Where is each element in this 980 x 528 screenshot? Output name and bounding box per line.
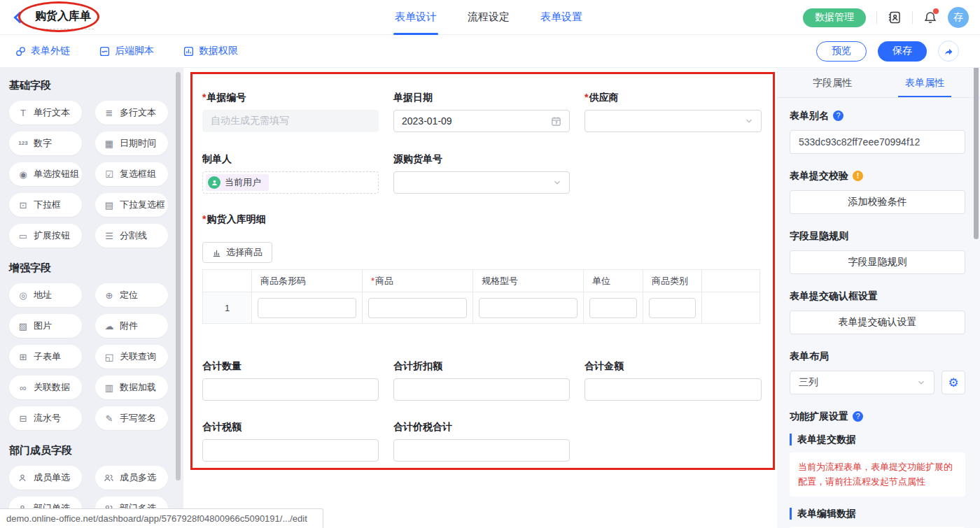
doc-date-input[interactable]: 2023-01-09 <box>393 110 570 132</box>
field-item-multi-line-text[interactable]: ≣多行文本 <box>95 101 168 124</box>
field-total-tax[interactable]: 合计税额 <box>202 421 379 462</box>
creator-input[interactable]: 当前用户 <box>202 171 379 194</box>
sidebar-scrollbar[interactable] <box>176 72 181 480</box>
field-total-with-tax[interactable]: 合计价税合计 <box>393 421 570 462</box>
field-item-label: 复选框组 <box>120 168 156 180</box>
page-title[interactable]: 购货入库单 <box>32 9 94 29</box>
dropdown-multi-icon: ▤ <box>104 201 115 210</box>
total-with-tax-input[interactable] <box>393 439 570 462</box>
doc-no-input[interactable]: 自动生成无需填写 <box>202 110 379 132</box>
chart-icon <box>212 248 221 257</box>
total-discount-input[interactable] <box>393 378 570 401</box>
field-item-checkbox-group[interactable]: ☑复选框组 <box>95 162 168 186</box>
total-qty-input[interactable] <box>202 378 379 401</box>
tab-form-setting[interactable]: 表单设置 <box>540 0 583 35</box>
field-source-order[interactable]: 源购货单号 <box>393 153 570 194</box>
exclamation-icon[interactable]: ! <box>853 171 863 181</box>
field-item-location[interactable]: ⊕定位 <box>95 283 168 307</box>
avatar[interactable]: 存 <box>948 7 969 28</box>
tab-form-properties[interactable]: 表单属性 <box>898 68 951 97</box>
detail-subform[interactable]: 购货入库明细 选择商品 商品条形码*商品规格型号单位商品类别 1 <box>202 213 762 324</box>
layout-select[interactable]: 三列 <box>790 371 934 394</box>
add-validation-button[interactable]: 添加校验条件 <box>790 190 965 214</box>
field-item-extend-button[interactable]: ▭扩展按钮 <box>9 224 82 248</box>
field-item-number[interactable]: 123数字 <box>9 131 82 155</box>
field-doc-no[interactable]: 单据编号 自动生成无需填写 <box>202 92 379 132</box>
field-item-label: 成员单选 <box>34 471 70 484</box>
gear-icon: ⚙ <box>948 377 958 389</box>
field-item-single-line-text[interactable]: T单行文本 <box>9 101 82 124</box>
back-icon[interactable] <box>13 11 23 24</box>
field-item-data-load[interactable]: ▥数据加载 <box>95 376 168 399</box>
edit-data-subheading: 表单编辑数据 <box>790 508 965 520</box>
field-supplier[interactable]: 供应商 <box>584 92 762 132</box>
detail-input-unit[interactable] <box>589 298 637 318</box>
field-item-attachment[interactable]: ☁附件 <box>95 314 168 338</box>
field-total-amount[interactable]: 合计金额 <box>584 360 762 401</box>
field-item-signature[interactable]: ✎手写签名 <box>95 406 168 430</box>
row-number-header <box>203 270 252 292</box>
form-alias-input[interactable]: 533dc93c82ff7eee70994f12 <box>790 130 965 154</box>
detail-input-category[interactable] <box>649 298 696 318</box>
field-item-lookup[interactable]: ◱关联查询 <box>95 345 168 369</box>
submit-validation-label: 表单提交校验 ! <box>790 169 965 182</box>
total-amount-input[interactable] <box>584 378 762 401</box>
member-single-icon <box>18 473 29 483</box>
layout-settings-button[interactable]: ⚙ <box>941 371 965 394</box>
field-doc-date[interactable]: 单据日期 2023-01-09 <box>393 92 570 132</box>
backend-script-link[interactable]: 后端脚本 <box>99 45 154 57</box>
supplier-select[interactable] <box>584 110 762 132</box>
field-item-address[interactable]: ◎地址 <box>9 283 82 307</box>
address-book-icon[interactable] <box>888 10 902 24</box>
field-item-dropdown-multi[interactable]: ▤下拉复选框 <box>95 193 168 217</box>
field-item-radio-group[interactable]: ◉单选按钮组 <box>9 162 82 186</box>
bell-icon[interactable] <box>923 10 937 24</box>
tab-flow-setting[interactable]: 流程设定 <box>467 0 510 35</box>
submit-confirm-button[interactable]: 表单提交确认设置 <box>790 311 965 334</box>
detail-input-product[interactable] <box>368 298 467 318</box>
divider-icon: ☰ <box>104 231 115 241</box>
detail-input-spec[interactable] <box>479 298 578 318</box>
field-item-label: 地址 <box>34 289 52 301</box>
field-item-label: 关联数据 <box>34 381 70 394</box>
field-item-member-single[interactable]: 成员单选 <box>9 466 82 490</box>
save-button[interactable]: 保存 <box>878 41 927 62</box>
properties-panel: 字段属性 表单属性 表单别名 ? 533dc93c82ff7eee70994f1… <box>777 68 980 528</box>
field-library-sidebar: 基础字段T单行文本≣多行文本123数字▦日期时间◉单选按钮组☑复选框组⊡下拉框▤… <box>0 68 183 528</box>
lookup-icon: ◱ <box>104 352 115 362</box>
submit-confirm-label: 表单提交确认框设置 <box>790 290 965 302</box>
data-manage-button[interactable]: 数据管理 <box>803 8 866 27</box>
share-button[interactable] <box>938 41 959 62</box>
field-item-datetime[interactable]: ▦日期时间 <box>95 131 168 155</box>
field-item-serial-number[interactable]: ⊟流水号 <box>9 406 82 430</box>
field-creator[interactable]: 制单人 当前用户 <box>202 153 379 194</box>
dropdown-icon: ⊡ <box>18 201 29 210</box>
detail-input-barcode[interactable] <box>258 298 356 318</box>
field-item-divider[interactable]: ☰分割线 <box>95 224 168 248</box>
detail-column-unit: 单位 <box>584 270 643 292</box>
tab-form-design[interactable]: 表单设计 <box>394 0 438 35</box>
field-item-dropdown[interactable]: ⊡下拉框 <box>9 193 82 217</box>
field-item-label: 图片 <box>34 320 52 332</box>
field-item-linked-data[interactable]: ∞关联数据 <box>9 376 82 399</box>
sidebar-section-title: 部门成员字段 <box>9 444 183 457</box>
select-product-button[interactable]: 选择商品 <box>202 242 272 263</box>
tab-field-properties[interactable]: 字段属性 <box>806 68 859 97</box>
field-item-label: 成员多选 <box>120 471 156 484</box>
field-item-image[interactable]: ▨图片 <box>9 314 82 338</box>
data-permission-link[interactable]: 数据权限 <box>183 45 238 57</box>
question-icon[interactable]: ? <box>853 411 863 422</box>
field-item-label: 子表单 <box>34 350 61 363</box>
field-label: 供应商 <box>584 92 762 103</box>
field-item-subform[interactable]: ⊞子表单 <box>9 345 82 369</box>
preview-button[interactable]: 预览 <box>816 41 867 62</box>
total-tax-input[interactable] <box>202 439 379 462</box>
visibility-rules-button[interactable]: 字段显隐规则 <box>790 250 965 274</box>
field-total-qty[interactable]: 合计数量 <box>202 360 379 401</box>
field-item-member-multi[interactable]: 成员多选 <box>95 466 168 490</box>
source-order-select[interactable] <box>393 171 570 194</box>
current-user-tag: 当前用户 <box>206 174 269 191</box>
field-total-discount[interactable]: 合计折扣额 <box>393 360 570 401</box>
question-icon[interactable]: ? <box>833 110 844 121</box>
form-external-link[interactable]: 表单外链 <box>15 45 70 57</box>
